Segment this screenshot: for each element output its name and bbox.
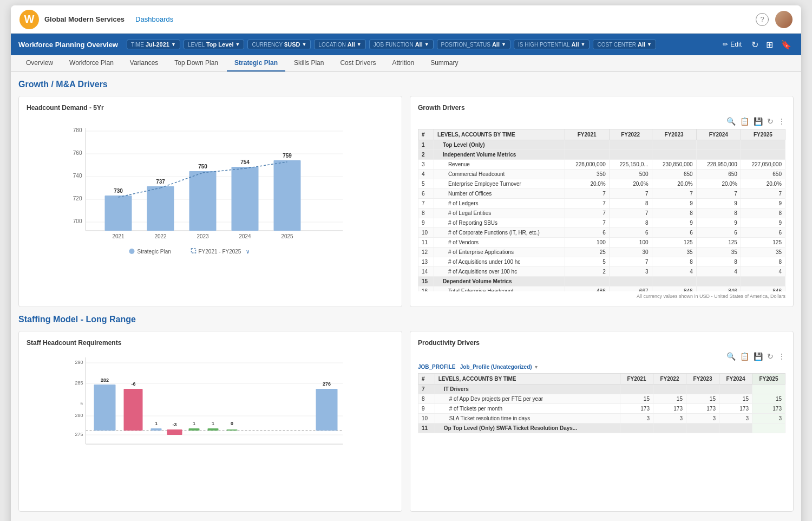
svg-text:2022: 2022	[154, 233, 167, 239]
productivity-table: # LEVELS, ACCOUNTS BY TIME FY2021 FY2022…	[418, 373, 785, 433]
top-bar: W Global Modern Services Dashboards ?	[11, 5, 801, 34]
filter-positionstatus[interactable]: POSITION_STATUS All ▼	[437, 40, 510, 49]
svg-text:2024: 2024	[239, 233, 251, 239]
table-row: 11# of Vendors100100125125125	[418, 238, 785, 248]
filter-level[interactable]: LEVEL Top Level ▼	[184, 40, 245, 49]
headcount-card: Headcount Demand - 5Yr 780 760 740 720 7…	[18, 96, 402, 307]
productivity-drivers-card: Productivity Drivers 🔍 📋 💾 ↻ ⋮ JOB_PROFI…	[410, 331, 794, 512]
search-icon-btn[interactable]: 🔍	[726, 117, 736, 126]
svg-rect-45	[94, 385, 116, 431]
tab-cost-drivers[interactable]: Cost Drivers	[332, 55, 383, 71]
tabs-bar: Overview Workforce Plan Variances Top Do…	[11, 55, 801, 72]
prod-more-icon-btn[interactable]: ⋮	[778, 352, 785, 361]
table-row: 12# of Enterprise Applications2530353535	[418, 248, 785, 257]
growth-drivers-card: Growth Drivers 🔍 📋 💾 ↻ ⋮ # LEVELS, ACCOU…	[410, 96, 794, 307]
svg-text:290: 290	[75, 360, 83, 365]
page-title: Workforce Planning Overview	[18, 41, 118, 49]
table-row: 7IT Drivers	[418, 385, 785, 394]
tab-top-down-plan[interactable]: Top Down Plan	[167, 55, 226, 71]
growth-section-title: Growth / M&A Drivers	[18, 80, 794, 89]
table-row: 2Independent Volume Metrics	[418, 150, 785, 160]
productivity-table-scroll[interactable]: # LEVELS, ACCOUNTS BY TIME FY2021 FY2022…	[418, 373, 785, 433]
col-fy2024: FY2024	[696, 129, 741, 140]
prod-download-icon-btn[interactable]: 💾	[754, 352, 763, 361]
filter-highpotential[interactable]: IS HIGH POTENTIAL All ▼	[514, 40, 590, 49]
staffing-card: Staff Headcount Requirements 290 285 ≈ 2…	[18, 331, 402, 512]
tab-skills-plan[interactable]: Skills Plan	[286, 55, 331, 71]
bar-2025	[274, 160, 301, 231]
edit-button[interactable]: ✏ Edit	[718, 40, 746, 49]
tab-overview[interactable]: Overview	[18, 55, 61, 71]
bar-2022	[147, 186, 174, 231]
col-num: #	[418, 129, 434, 140]
bookmark-button[interactable]: 🔖	[778, 38, 794, 51]
prod-col-fy2022: FY2022	[653, 374, 686, 385]
table-row: 10# of Corporate Functions (IT, HR, etc.…	[418, 228, 785, 238]
download-icon-btn[interactable]: 💾	[754, 117, 763, 126]
svg-text:750: 750	[198, 164, 207, 170]
growth-row: Headcount Demand - 5Yr 780 760 740 720 7…	[18, 96, 794, 307]
bar-2021	[105, 196, 132, 231]
dashboards-link[interactable]: Dashboards	[135, 15, 173, 23]
tab-workforce-plan[interactable]: Workforce Plan	[62, 55, 121, 71]
svg-rect-30	[192, 249, 196, 253]
prod-refresh-icon-btn[interactable]: ↻	[767, 352, 774, 361]
staffing-svg: 290 285 ≈ 280 275	[27, 352, 394, 455]
table-note: All currency values shown in USD - Unite…	[418, 294, 785, 299]
col-fy2023: FY2023	[652, 129, 696, 140]
more-icon-btn[interactable]: ⋮	[778, 117, 785, 126]
headcount-chart-container: 780 760 740 720 700	[27, 117, 394, 269]
svg-text:∨: ∨	[246, 249, 250, 255]
help-icon[interactable]: ?	[756, 13, 769, 26]
tab-attrition[interactable]: Attrition	[384, 55, 422, 71]
table-row: 7# of Ledgers78999	[418, 199, 785, 209]
svg-text:280: 280	[75, 413, 83, 418]
user-avatar[interactable]	[775, 11, 793, 28]
table-row: 9# of Tickets per month173173173173173	[418, 404, 785, 414]
svg-text:276: 276	[323, 381, 331, 387]
workday-logo: W	[19, 10, 39, 29]
bar-2023	[189, 171, 217, 231]
table-row: 6Number of Offices77777	[418, 189, 785, 199]
svg-text:Strategic Plan: Strategic Plan	[137, 249, 171, 255]
prod-export-icon-btn[interactable]: 📋	[740, 352, 749, 361]
svg-text:760: 760	[73, 150, 82, 156]
tab-variances[interactable]: Variances	[122, 55, 166, 71]
filter-time[interactable]: TIME Jul-2021 ▼	[127, 40, 180, 49]
svg-text:759: 759	[283, 153, 292, 159]
table-row: 5Enterprise Employee Turnover20.0%20.0%2…	[418, 179, 785, 189]
svg-text:282: 282	[101, 377, 109, 383]
prod-search-icon-btn[interactable]: 🔍	[726, 352, 736, 361]
svg-text:737: 737	[156, 179, 165, 185]
filter-currency[interactable]: CURRENCY $USD ▼	[247, 40, 311, 49]
tab-strategic-plan[interactable]: Strategic Plan	[227, 55, 285, 71]
col-fy2025: FY2025	[741, 129, 785, 140]
svg-rect-51	[167, 429, 182, 435]
refresh-button[interactable]: ↻	[749, 38, 761, 51]
filter-jobfunction[interactable]: JOB FUNCTION All ▼	[369, 40, 434, 49]
filter-location[interactable]: LOCATION All ▼	[314, 40, 365, 49]
svg-rect-55	[208, 428, 219, 431]
svg-text:730: 730	[114, 188, 123, 194]
prod-col-levels: LEVELS, ACCOUNTS BY TIME	[435, 374, 620, 385]
export-icon-btn[interactable]: 📋	[740, 117, 749, 126]
growth-drivers-table-scroll[interactable]: # LEVELS, ACCOUNTS BY TIME FY2021 FY2022…	[418, 129, 785, 291]
prod-col-fy2023: FY2023	[686, 374, 719, 385]
svg-text:720: 720	[73, 196, 82, 201]
growth-drivers-toolbar: 🔍 📋 💾 ↻ ⋮	[418, 117, 785, 126]
grid-button[interactable]: ⊞	[764, 38, 775, 51]
job-profile-label: JOB_PROFILE	[418, 364, 455, 370]
svg-text:0: 0	[231, 421, 233, 426]
logo-area: W Global Modern Services Dashboards	[19, 10, 173, 29]
growth-drivers-title: Growth Drivers	[418, 104, 785, 112]
svg-text:275: 275	[75, 432, 83, 437]
table-row: 9# of Reporting SBUs78999	[418, 218, 785, 228]
tab-summary[interactable]: Summary	[423, 55, 466, 71]
table-row: 11Op Top Level (Only) SWFA Ticket Resolu…	[418, 424, 785, 433]
svg-text:FY2021 - FY2025: FY2021 - FY2025	[199, 249, 241, 255]
refresh-icon-btn[interactable]: ↻	[767, 117, 774, 126]
svg-text:700: 700	[73, 218, 82, 224]
table-row: 1Top Level (Only)	[418, 140, 785, 150]
filter-costcenter[interactable]: COST CENTER All ▼	[593, 40, 656, 49]
table-row: 13# of Acquisitions under 100 hc57888	[418, 257, 785, 267]
